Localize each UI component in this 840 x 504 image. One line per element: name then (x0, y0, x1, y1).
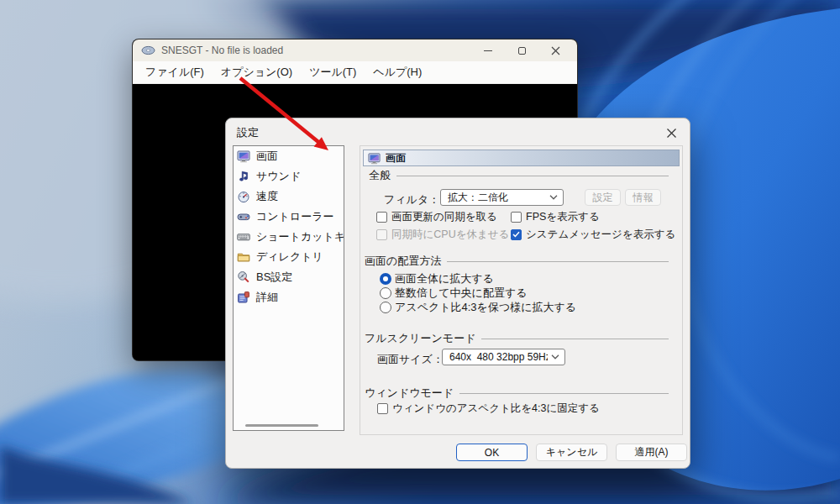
dialog-close-button[interactable] (662, 123, 680, 142)
details-icon (237, 291, 250, 304)
checkbox-sync-refresh[interactable]: 画面更新の同期を取る (376, 211, 497, 223)
chevron-down-icon (549, 195, 558, 200)
group-label: フルスクリーンモード (365, 331, 475, 346)
checkbox-box (511, 229, 522, 240)
radio-circle (380, 287, 391, 299)
checkbox-box (376, 229, 387, 240)
close-icon (551, 46, 560, 55)
screen-size-label: 画面サイズ： (377, 352, 444, 367)
snesgt-titlebar[interactable]: SNESGT - No file is loaded (133, 39, 577, 61)
checkbox-box (377, 403, 388, 414)
group-divider (481, 339, 669, 339)
group-divider (459, 393, 669, 394)
close-button[interactable] (538, 39, 572, 61)
speed-icon (237, 190, 250, 203)
category-speed[interactable]: 速度 (234, 186, 344, 207)
group-fullscreen: フルスクリーンモード (365, 333, 669, 344)
filter-info-button[interactable]: 情報 (625, 189, 661, 206)
display-icon (237, 150, 250, 163)
radio-circle (380, 273, 391, 285)
checkbox-rest-cpu: 同期時にCPUを休ませる (376, 228, 509, 240)
category-label: 詳細 (256, 290, 278, 305)
checkbox-label: 画面更新の同期を取る (391, 210, 497, 224)
filter-settings-button[interactable]: 設定 (585, 189, 621, 206)
window-title: SNESGT - No file is loaded (161, 45, 283, 56)
horizontal-scrollbar[interactable] (245, 424, 318, 427)
radio-integer-center[interactable]: 整数倍して中央に配置する (380, 286, 528, 300)
apply-button[interactable]: 適用(A) (616, 444, 687, 461)
checkbox-show-fps[interactable]: FPSを表示する (511, 211, 600, 223)
filter-combobox[interactable]: 拡大：二倍化 (440, 189, 564, 206)
group-general: 全般 (369, 170, 669, 181)
filter-value: 拡大：二倍化 (448, 191, 546, 205)
filter-label: フィルタ： (384, 192, 439, 207)
sound-icon (237, 170, 250, 183)
maximize-button[interactable] (505, 39, 538, 61)
radio-stretch-full[interactable]: 画面全体に拡大する (380, 272, 494, 286)
group-label: 画面の配置方法 (365, 254, 441, 269)
display-icon (368, 152, 381, 165)
settings-dialog: 設定 画面 サウンド (225, 118, 690, 469)
screen-size-value: 640x 480 32bpp 59Hz (449, 351, 548, 363)
checkbox-box (376, 212, 387, 223)
menu-help[interactable]: ヘルプ(H) (365, 61, 430, 83)
folder-icon (237, 250, 250, 264)
menu-file[interactable]: ファイル(F) (137, 61, 213, 83)
close-icon (666, 128, 677, 139)
screen-size-combobox[interactable]: 640x 480 32bpp 59Hz (442, 349, 565, 365)
checkbox-label: システムメッセージを表示する (526, 228, 675, 242)
radio-label: 整数倍して中央に配置する (395, 286, 528, 301)
ok-button[interactable]: OK (456, 444, 528, 461)
category-label: サウンド (256, 169, 301, 184)
group-divider (396, 176, 669, 176)
checkbox-system-messages[interactable]: システムメッセージを表示する (511, 228, 675, 240)
dialog-title: 設定 (237, 125, 259, 140)
category-label: ディレクトリ (256, 249, 323, 265)
cd-disc-icon (141, 45, 155, 56)
group-placement: 画面の配置方法 (365, 255, 669, 267)
category-advanced[interactable]: 詳細 (234, 287, 344, 307)
maximize-icon (518, 47, 526, 55)
panel-header-label: 画面 (386, 151, 406, 165)
category-bs-settings[interactable]: BS設定 (234, 267, 344, 287)
radio-label: アスペクト比4:3を保つ様に拡大する (395, 300, 576, 315)
settings-category-list: 画面 サウンド 速度 (233, 145, 344, 431)
category-display[interactable]: 画面 (234, 146, 344, 166)
keyboard-icon (237, 230, 250, 244)
checkbox-label: ウィンドウのアスペクト比を4:3に固定する (392, 402, 600, 416)
chevron-down-icon (551, 354, 559, 360)
checkbox-fix-window-aspect[interactable]: ウィンドウのアスペクト比を4:3に固定する (377, 402, 600, 414)
category-label: 画面 (256, 149, 278, 164)
satellite-icon (237, 270, 250, 284)
group-window-mode: ウィンドウモード (365, 387, 669, 399)
checkbox-label: FPSを表示する (526, 210, 600, 224)
radio-aspect-43[interactable]: アスペクト比4:3を保つ様に拡大する (380, 301, 576, 314)
category-label: ショートカットキー (256, 229, 344, 244)
check-icon (512, 231, 520, 238)
category-controller[interactable]: コントローラー (234, 207, 344, 227)
category-shortcut-keys[interactable]: ショートカットキー (234, 227, 344, 247)
group-label: 全般 (369, 168, 391, 183)
checkbox-box (511, 212, 522, 223)
display-settings-panel: 画面 全般 フィルタ： 拡大：二倍化 設定 情報 画面更新の同期を取る FPSを… (360, 145, 683, 435)
panel-header: 画面 (363, 150, 680, 166)
radio-label: 画面全体に拡大する (395, 271, 494, 286)
minimize-button[interactable] (471, 39, 505, 61)
group-label: ウィンドウモード (365, 386, 454, 401)
menu-tools[interactable]: ツール(T) (301, 61, 365, 83)
controller-icon (237, 210, 250, 223)
category-sound[interactable]: サウンド (234, 166, 344, 186)
category-label: 速度 (256, 189, 278, 204)
category-label: BS設定 (256, 270, 292, 285)
radio-circle (380, 302, 391, 313)
category-label: コントローラー (256, 209, 334, 224)
menu-options[interactable]: オプション(O) (213, 61, 301, 83)
desktop: SNESGT - No file is loaded ファイル(F) オプション… (0, 0, 840, 504)
cancel-button[interactable]: キャンセル (536, 444, 607, 461)
checkbox-label: 同期時にCPUを休ませる (391, 228, 509, 242)
group-divider (447, 261, 669, 262)
minimize-icon (484, 50, 492, 51)
category-directory[interactable]: ディレクトリ (234, 247, 344, 267)
menu-bar: ファイル(F) オプション(O) ツール(T) ヘルプ(H) (133, 61, 577, 84)
